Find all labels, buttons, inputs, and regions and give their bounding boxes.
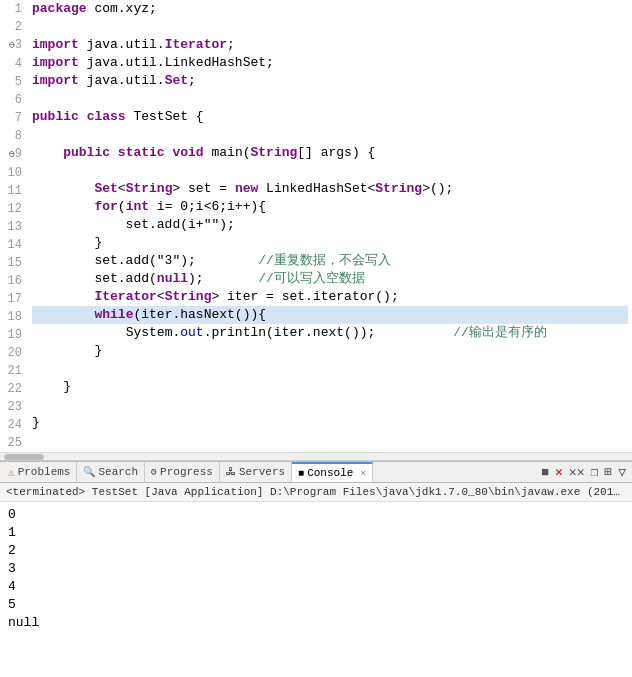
line-number: 4 bbox=[4, 55, 22, 73]
code-line bbox=[32, 18, 628, 36]
console-output-line: 2 bbox=[8, 542, 624, 560]
line-number: 17 bbox=[4, 290, 22, 308]
line-number: 14 bbox=[4, 236, 22, 254]
code-line bbox=[32, 126, 628, 144]
tab-label: Console bbox=[307, 467, 353, 479]
console-toolbar-icons: ■ ✕ ✕✕ ❐ ⊞ ▽ bbox=[539, 464, 630, 480]
line-number: 2 bbox=[4, 18, 22, 36]
line-number: 16 bbox=[4, 272, 22, 290]
line-number: 10 bbox=[4, 164, 22, 182]
tab-label: Servers bbox=[239, 466, 285, 478]
remove-all-icon[interactable]: ✕✕ bbox=[567, 464, 587, 480]
code-line: import java.util.Set; bbox=[32, 72, 628, 90]
code-line: for(int i= 0;i<6;i++){ bbox=[32, 198, 628, 216]
code-content: package com.xyz; import java.util.Iterat… bbox=[28, 0, 632, 452]
tab-label: Problems bbox=[18, 466, 71, 478]
line-number: 1 bbox=[4, 0, 22, 18]
line-number: 11 bbox=[4, 182, 22, 200]
tabs-bar: ⚠Problems🔍Search⚙Progress🖧Servers■Consol… bbox=[0, 461, 632, 483]
console-output-line: 0 bbox=[8, 506, 624, 524]
code-line: while(iter.hasNext()){ bbox=[32, 306, 628, 324]
code-line: import java.util.LinkedHashSet; bbox=[32, 54, 628, 72]
console-output-line: 3 bbox=[8, 560, 624, 578]
code-line bbox=[32, 396, 628, 414]
line-number: 13 bbox=[4, 218, 22, 236]
console-area: <terminated> TestSet [Java Application] … bbox=[0, 483, 632, 677]
view-menu-icon[interactable]: ▽ bbox=[616, 464, 628, 480]
horizontal-scrollbar[interactable] bbox=[0, 452, 632, 460]
console-output-line: 1 bbox=[8, 524, 624, 542]
line-numbers: 12⊖345678⊖910111213141516171819202122232… bbox=[0, 0, 28, 452]
code-line: System.out.println(iter.next()); //输出是有序… bbox=[32, 324, 628, 342]
code-line: } bbox=[32, 342, 628, 360]
line-number: 22 bbox=[4, 380, 22, 398]
tab-servers[interactable]: 🖧Servers bbox=[220, 462, 292, 482]
code-line: set.add(null); //可以写入空数据 bbox=[32, 270, 628, 288]
tab-close-icon[interactable]: ✕ bbox=[360, 467, 366, 479]
code-line bbox=[32, 360, 628, 378]
line-number: ⊖9 bbox=[4, 145, 22, 164]
line-number: 5 bbox=[4, 73, 22, 91]
code-line bbox=[32, 90, 628, 108]
code-line: public static void main(String[] args) { bbox=[32, 144, 628, 162]
line-number: 18 bbox=[4, 308, 22, 326]
console-output-line: 4 bbox=[8, 578, 624, 596]
code-line: set.add(i+""); bbox=[32, 216, 628, 234]
line-number: 6 bbox=[4, 91, 22, 109]
tab-search[interactable]: 🔍Search bbox=[77, 462, 145, 482]
code-line: } bbox=[32, 234, 628, 252]
line-number: 8 bbox=[4, 127, 22, 145]
code-line: } bbox=[32, 414, 628, 432]
code-line: public class TestSet { bbox=[32, 108, 628, 126]
tab-progress[interactable]: ⚙Progress bbox=[145, 462, 220, 482]
new-console-icon[interactable]: ⊞ bbox=[602, 464, 614, 480]
line-number: 20 bbox=[4, 344, 22, 362]
console-output-line: null bbox=[8, 614, 624, 632]
code-line: } bbox=[32, 378, 628, 396]
line-number: 7 bbox=[4, 109, 22, 127]
code-line bbox=[32, 432, 628, 450]
code-line: set.add("3"); //重复数据，不会写入 bbox=[32, 252, 628, 270]
code-line bbox=[32, 162, 628, 180]
scrollbar-thumb[interactable] bbox=[4, 454, 44, 460]
tab-console[interactable]: ■Console✕ bbox=[292, 462, 373, 482]
code-editor[interactable]: 12⊖345678⊖910111213141516171819202122232… bbox=[0, 0, 632, 461]
tab-problems[interactable]: ⚠Problems bbox=[2, 462, 77, 482]
line-number: 19 bbox=[4, 326, 22, 344]
code-line: Iterator<String> iter = set.iterator(); bbox=[32, 288, 628, 306]
code-line: Set<String> set = new LinkedHashSet<Stri… bbox=[32, 180, 628, 198]
line-number: 25 bbox=[4, 434, 22, 452]
stop-icon[interactable]: ■ bbox=[539, 465, 551, 480]
line-number: 23 bbox=[4, 398, 22, 416]
line-number: 15 bbox=[4, 254, 22, 272]
line-number: 21 bbox=[4, 362, 22, 380]
pin-console-icon[interactable]: ❐ bbox=[589, 464, 601, 480]
console-output: 012345null bbox=[0, 502, 632, 677]
tab-label: Progress bbox=[160, 466, 213, 478]
tab-label: Search bbox=[98, 466, 138, 478]
terminate-icon[interactable]: ✕ bbox=[553, 464, 565, 480]
code-line: package com.xyz; bbox=[32, 0, 628, 18]
line-number: ⊖3 bbox=[4, 36, 22, 55]
console-output-line: 5 bbox=[8, 596, 624, 614]
line-number: 12 bbox=[4, 200, 22, 218]
console-header: <terminated> TestSet [Java Application] … bbox=[0, 483, 632, 502]
code-line: import java.util.Iterator; bbox=[32, 36, 628, 54]
line-number: 24 bbox=[4, 416, 22, 434]
